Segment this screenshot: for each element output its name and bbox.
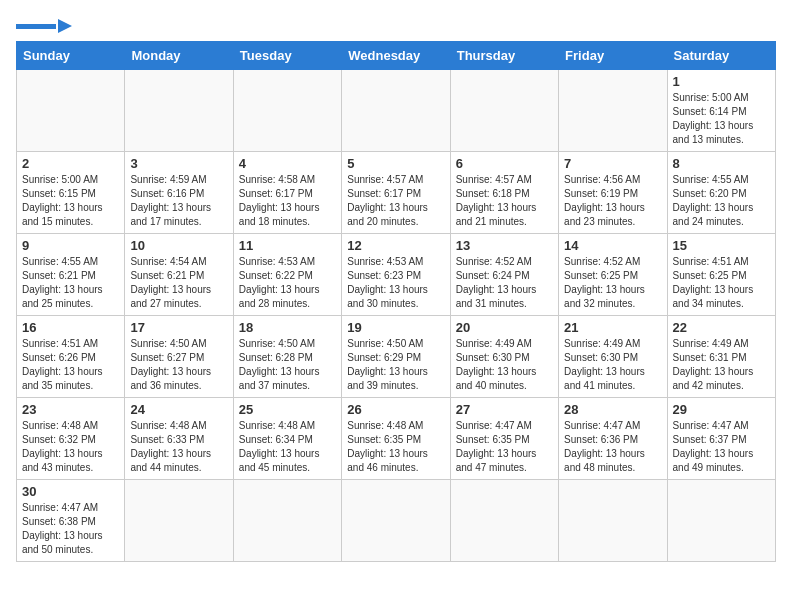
week-row-1: 1Sunrise: 5:00 AM Sunset: 6:14 PM Daylig… xyxy=(17,70,776,152)
day-number: 27 xyxy=(456,402,553,417)
calendar-cell xyxy=(233,70,341,152)
day-info: Sunrise: 4:52 AM Sunset: 6:25 PM Dayligh… xyxy=(564,255,661,311)
day-info: Sunrise: 4:51 AM Sunset: 6:25 PM Dayligh… xyxy=(673,255,770,311)
day-info: Sunrise: 4:47 AM Sunset: 6:36 PM Dayligh… xyxy=(564,419,661,475)
calendar-body: 1Sunrise: 5:00 AM Sunset: 6:14 PM Daylig… xyxy=(17,70,776,562)
day-number: 18 xyxy=(239,320,336,335)
day-info: Sunrise: 4:51 AM Sunset: 6:26 PM Dayligh… xyxy=(22,337,119,393)
day-number: 1 xyxy=(673,74,770,89)
day-info: Sunrise: 4:49 AM Sunset: 6:30 PM Dayligh… xyxy=(564,337,661,393)
day-number: 2 xyxy=(22,156,119,171)
day-number: 16 xyxy=(22,320,119,335)
calendar-cell: 3Sunrise: 4:59 AM Sunset: 6:16 PM Daylig… xyxy=(125,152,233,234)
day-number: 10 xyxy=(130,238,227,253)
calendar-cell: 10Sunrise: 4:54 AM Sunset: 6:21 PM Dayli… xyxy=(125,234,233,316)
calendar-cell: 17Sunrise: 4:50 AM Sunset: 6:27 PM Dayli… xyxy=(125,316,233,398)
calendar-cell: 14Sunrise: 4:52 AM Sunset: 6:25 PM Dayli… xyxy=(559,234,667,316)
day-info: Sunrise: 4:53 AM Sunset: 6:23 PM Dayligh… xyxy=(347,255,444,311)
day-number: 21 xyxy=(564,320,661,335)
calendar-cell xyxy=(450,70,558,152)
day-number: 25 xyxy=(239,402,336,417)
week-row-2: 2Sunrise: 5:00 AM Sunset: 6:15 PM Daylig… xyxy=(17,152,776,234)
header-cell-saturday: Saturday xyxy=(667,42,775,70)
day-info: Sunrise: 4:57 AM Sunset: 6:17 PM Dayligh… xyxy=(347,173,444,229)
day-number: 5 xyxy=(347,156,444,171)
day-info: Sunrise: 4:54 AM Sunset: 6:21 PM Dayligh… xyxy=(130,255,227,311)
calendar-cell xyxy=(342,480,450,562)
header-cell-wednesday: Wednesday xyxy=(342,42,450,70)
day-number: 11 xyxy=(239,238,336,253)
logo-bar xyxy=(16,24,56,29)
day-info: Sunrise: 4:49 AM Sunset: 6:30 PM Dayligh… xyxy=(456,337,553,393)
calendar-cell xyxy=(125,70,233,152)
day-info: Sunrise: 4:55 AM Sunset: 6:21 PM Dayligh… xyxy=(22,255,119,311)
calendar-cell: 12Sunrise: 4:53 AM Sunset: 6:23 PM Dayli… xyxy=(342,234,450,316)
header-row: SundayMondayTuesdayWednesdayThursdayFrid… xyxy=(17,42,776,70)
calendar-cell: 22Sunrise: 4:49 AM Sunset: 6:31 PM Dayli… xyxy=(667,316,775,398)
calendar-cell: 25Sunrise: 4:48 AM Sunset: 6:34 PM Dayli… xyxy=(233,398,341,480)
day-info: Sunrise: 4:47 AM Sunset: 6:37 PM Dayligh… xyxy=(673,419,770,475)
day-info: Sunrise: 4:56 AM Sunset: 6:19 PM Dayligh… xyxy=(564,173,661,229)
day-number: 7 xyxy=(564,156,661,171)
calendar-cell: 7Sunrise: 4:56 AM Sunset: 6:19 PM Daylig… xyxy=(559,152,667,234)
header xyxy=(16,16,776,33)
calendar-cell: 27Sunrise: 4:47 AM Sunset: 6:35 PM Dayli… xyxy=(450,398,558,480)
calendar-header: SundayMondayTuesdayWednesdayThursdayFrid… xyxy=(17,42,776,70)
day-info: Sunrise: 4:50 AM Sunset: 6:29 PM Dayligh… xyxy=(347,337,444,393)
calendar-cell xyxy=(667,480,775,562)
day-info: Sunrise: 5:00 AM Sunset: 6:14 PM Dayligh… xyxy=(673,91,770,147)
day-info: Sunrise: 4:49 AM Sunset: 6:31 PM Dayligh… xyxy=(673,337,770,393)
calendar-cell: 24Sunrise: 4:48 AM Sunset: 6:33 PM Dayli… xyxy=(125,398,233,480)
calendar-cell: 11Sunrise: 4:53 AM Sunset: 6:22 PM Dayli… xyxy=(233,234,341,316)
day-number: 15 xyxy=(673,238,770,253)
calendar-cell: 2Sunrise: 5:00 AM Sunset: 6:15 PM Daylig… xyxy=(17,152,125,234)
calendar-cell xyxy=(559,480,667,562)
day-info: Sunrise: 4:53 AM Sunset: 6:22 PM Dayligh… xyxy=(239,255,336,311)
day-number: 3 xyxy=(130,156,227,171)
day-number: 30 xyxy=(22,484,119,499)
day-info: Sunrise: 4:47 AM Sunset: 6:35 PM Dayligh… xyxy=(456,419,553,475)
calendar-cell xyxy=(233,480,341,562)
calendar-cell xyxy=(559,70,667,152)
day-info: Sunrise: 4:50 AM Sunset: 6:28 PM Dayligh… xyxy=(239,337,336,393)
calendar-cell: 26Sunrise: 4:48 AM Sunset: 6:35 PM Dayli… xyxy=(342,398,450,480)
day-number: 22 xyxy=(673,320,770,335)
calendar-cell: 18Sunrise: 4:50 AM Sunset: 6:28 PM Dayli… xyxy=(233,316,341,398)
calendar-cell: 1Sunrise: 5:00 AM Sunset: 6:14 PM Daylig… xyxy=(667,70,775,152)
day-number: 13 xyxy=(456,238,553,253)
day-number: 14 xyxy=(564,238,661,253)
day-number: 9 xyxy=(22,238,119,253)
day-number: 8 xyxy=(673,156,770,171)
day-info: Sunrise: 4:58 AM Sunset: 6:17 PM Dayligh… xyxy=(239,173,336,229)
header-cell-monday: Monday xyxy=(125,42,233,70)
calendar-cell: 16Sunrise: 4:51 AM Sunset: 6:26 PM Dayli… xyxy=(17,316,125,398)
calendar-cell: 19Sunrise: 4:50 AM Sunset: 6:29 PM Dayli… xyxy=(342,316,450,398)
calendar-cell: 13Sunrise: 4:52 AM Sunset: 6:24 PM Dayli… xyxy=(450,234,558,316)
day-number: 24 xyxy=(130,402,227,417)
header-cell-thursday: Thursday xyxy=(450,42,558,70)
week-row-4: 16Sunrise: 4:51 AM Sunset: 6:26 PM Dayli… xyxy=(17,316,776,398)
logo xyxy=(16,16,72,33)
day-info: Sunrise: 5:00 AM Sunset: 6:15 PM Dayligh… xyxy=(22,173,119,229)
calendar-cell: 4Sunrise: 4:58 AM Sunset: 6:17 PM Daylig… xyxy=(233,152,341,234)
day-number: 26 xyxy=(347,402,444,417)
day-info: Sunrise: 4:52 AM Sunset: 6:24 PM Dayligh… xyxy=(456,255,553,311)
calendar-cell: 6Sunrise: 4:57 AM Sunset: 6:18 PM Daylig… xyxy=(450,152,558,234)
day-info: Sunrise: 4:48 AM Sunset: 6:34 PM Dayligh… xyxy=(239,419,336,475)
header-cell-tuesday: Tuesday xyxy=(233,42,341,70)
day-number: 29 xyxy=(673,402,770,417)
week-row-5: 23Sunrise: 4:48 AM Sunset: 6:32 PM Dayli… xyxy=(17,398,776,480)
day-info: Sunrise: 4:59 AM Sunset: 6:16 PM Dayligh… xyxy=(130,173,227,229)
logo-triangle xyxy=(58,19,72,33)
day-number: 12 xyxy=(347,238,444,253)
day-info: Sunrise: 4:47 AM Sunset: 6:38 PM Dayligh… xyxy=(22,501,119,557)
calendar-cell: 5Sunrise: 4:57 AM Sunset: 6:17 PM Daylig… xyxy=(342,152,450,234)
calendar-cell xyxy=(17,70,125,152)
day-info: Sunrise: 4:48 AM Sunset: 6:32 PM Dayligh… xyxy=(22,419,119,475)
calendar-cell: 28Sunrise: 4:47 AM Sunset: 6:36 PM Dayli… xyxy=(559,398,667,480)
calendar-cell: 9Sunrise: 4:55 AM Sunset: 6:21 PM Daylig… xyxy=(17,234,125,316)
calendar-table: SundayMondayTuesdayWednesdayThursdayFrid… xyxy=(16,41,776,562)
header-cell-sunday: Sunday xyxy=(17,42,125,70)
week-row-6: 30Sunrise: 4:47 AM Sunset: 6:38 PM Dayli… xyxy=(17,480,776,562)
calendar-cell xyxy=(125,480,233,562)
